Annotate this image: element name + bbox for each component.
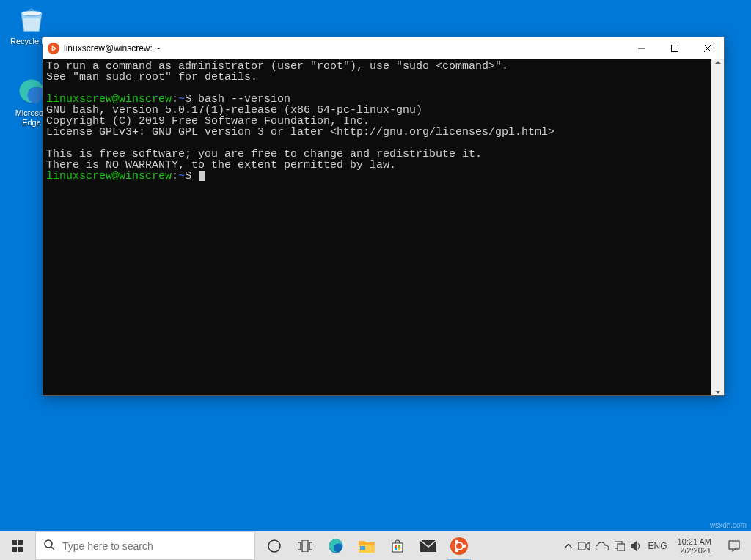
search-box[interactable]: Type here to search — [35, 531, 255, 560]
mail-icon — [420, 540, 436, 552]
svg-rect-33 — [578, 542, 585, 550]
svg-point-30 — [463, 544, 466, 547]
titlebar[interactable]: linuxscrew@winscrew: ~ — [43, 37, 724, 59]
svg-rect-19 — [302, 540, 308, 552]
taskbar-apps — [255, 531, 560, 560]
ubuntu-icon — [48, 43, 59, 54]
search-placeholder: Type here to search — [62, 540, 153, 552]
search-icon — [43, 539, 55, 553]
svg-rect-36 — [729, 541, 739, 549]
svg-rect-18 — [298, 542, 301, 550]
taskbar-app-edge[interactable] — [321, 531, 351, 561]
tray-notifications-button[interactable] — [722, 540, 747, 552]
taskbar-app-store[interactable] — [383, 531, 412, 561]
svg-rect-22 — [360, 546, 365, 550]
watermark: wsxdn.com — [710, 521, 747, 529]
svg-rect-24 — [398, 545, 400, 548]
store-icon — [390, 539, 405, 553]
minimize-button[interactable] — [625, 37, 658, 59]
svg-rect-23 — [395, 545, 397, 548]
svg-rect-26 — [398, 548, 400, 550]
svg-point-15 — [45, 540, 52, 548]
tray-network-icon[interactable] — [615, 541, 625, 551]
svg-rect-14 — [18, 547, 23, 552]
notification-icon — [728, 540, 740, 552]
svg-rect-12 — [18, 540, 23, 545]
windows-icon — [12, 540, 23, 552]
cursor — [199, 171, 205, 181]
taskbar: Type here to search ENG 10:21 AM 2/2/202… — [0, 531, 751, 560]
svg-point-4 — [55, 48, 56, 49]
taskbar-app-explorer[interactable] — [352, 531, 381, 561]
svg-rect-8 — [671, 45, 678, 51]
svg-point-0 — [21, 11, 42, 16]
folder-icon — [359, 539, 375, 553]
prompt-user: linuxscrew@winscrew — [46, 170, 172, 183]
tray-onedrive-icon[interactable] — [596, 542, 609, 550]
start-button[interactable] — [0, 531, 35, 560]
svg-rect-13 — [12, 547, 17, 552]
tray-volume-icon[interactable] — [631, 541, 642, 551]
scroll-down-icon[interactable] — [715, 391, 721, 394]
svg-point-5 — [52, 45, 54, 47]
scroll-up-icon[interactable] — [715, 61, 721, 64]
svg-rect-25 — [395, 548, 397, 550]
tray-time: 10:21 AM — [678, 537, 711, 546]
prompt-path: ~ — [178, 170, 185, 183]
task-view-icon — [298, 540, 312, 552]
ubuntu-icon — [450, 537, 468, 555]
terminal-content: To run a command as administrator (user … — [43, 59, 724, 183]
svg-line-16 — [51, 547, 54, 550]
maximize-button[interactable] — [658, 37, 691, 59]
system-tray: ENG 10:21 AM 2/2/2021 — [560, 531, 752, 560]
svg-point-32 — [455, 548, 458, 551]
svg-point-17 — [268, 540, 280, 552]
terminal-line: License GPLv3+: GNU GPL version 3 or lat… — [46, 126, 554, 139]
cortana-button[interactable] — [260, 531, 289, 561]
taskbar-app-mail[interactable] — [414, 531, 443, 561]
svg-point-31 — [455, 539, 458, 542]
tray-language[interactable]: ENG — [648, 541, 667, 551]
scrollbar[interactable] — [711, 59, 724, 395]
terminal-window: linuxscrew@winscrew: ~ To run a command … — [43, 37, 725, 396]
close-button[interactable] — [691, 37, 724, 59]
svg-rect-35 — [618, 544, 625, 551]
taskbar-app-ubuntu[interactable] — [444, 531, 474, 561]
terminal-body[interactable]: To run a command as administrator (user … — [43, 59, 724, 395]
window-title: linuxscrew@winscrew: ~ — [64, 43, 625, 54]
task-view-button[interactable] — [290, 531, 320, 561]
svg-rect-11 — [12, 540, 17, 545]
recycle-bin-icon — [16, 4, 47, 35]
tray-chevron-up-icon[interactable] — [565, 544, 572, 548]
tray-clock[interactable]: 10:21 AM 2/2/2021 — [673, 537, 716, 555]
svg-point-6 — [52, 49, 54, 51]
terminal-line: See "man sudo_root" for details. — [46, 71, 257, 84]
edge-icon — [327, 537, 345, 555]
circle-icon — [267, 539, 282, 553]
tray-date: 2/2/2021 — [678, 546, 711, 555]
tray-meet-now-icon[interactable] — [578, 542, 590, 550]
window-controls — [625, 37, 724, 59]
svg-rect-20 — [309, 542, 312, 550]
